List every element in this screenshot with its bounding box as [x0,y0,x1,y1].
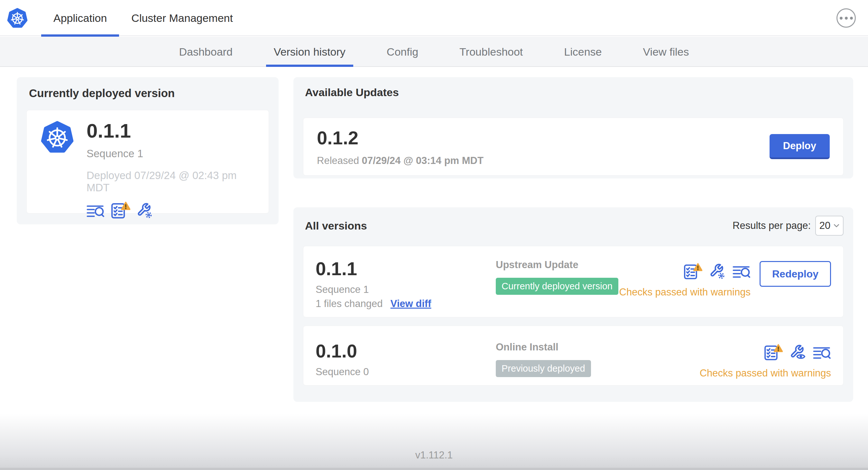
current-version-sequence: Sequence 1 [87,147,254,160]
version-number: 0.1.0 [316,340,496,362]
preflight-status-text: Checks passed with warnings [700,367,831,379]
top-tabs: Application Cluster Management [41,0,245,36]
more-menu-button[interactable] [836,8,856,28]
tab-config[interactable]: Config [387,37,418,67]
preflight-checklist-warning-icon [764,344,783,360]
view-diff-link[interactable]: View diff [391,298,431,310]
preflight-results-button[interactable] [111,202,130,219]
tab-license[interactable]: License [564,37,601,67]
file-lines-magnifier-icon [87,204,104,219]
edit-config-button[interactable] [137,203,153,219]
current-version-title: Currently deployed version [29,87,175,100]
tab-troubleshoot[interactable]: Troubleshoot [459,37,523,67]
view-yaml-button[interactable] [733,265,751,279]
current-version-deployed-at: Deployed 07/29/24 @ 02:43 pm MDT [87,169,254,194]
version-sequence: Sequence 1 [316,284,496,296]
current-version-panel: Currently deployed version 0.1.1 Sequenc… [17,77,279,224]
preflight-checklist-warning-icon [684,263,702,279]
chevron-down-icon [834,224,839,228]
update-card: 0.1.2 Released 07/29/24 @ 03:14 pm MDT D… [303,118,843,175]
view-config-button[interactable] [790,344,806,360]
tab-cluster-management[interactable]: Cluster Management [119,0,245,36]
version-history-page: Application Cluster Management Dashboard… [0,0,868,470]
tab-application[interactable]: Application [41,0,119,36]
version-source: Online Install [496,341,591,353]
app-kubernetes-icon [41,121,74,155]
version-number: 0.1.1 [316,258,496,279]
version-row-0-1-1: 0.1.1 Sequence 1 1 files changed View di… [303,246,843,317]
update-version-number: 0.1.2 [317,127,484,148]
page-footer: v1.112.1 [0,414,868,470]
all-versions-panel: All versions Results per page: 20 0.1.1 … [293,207,853,402]
preflight-status-text: Checks passed with warnings [619,287,751,298]
all-versions-title: All versions [305,220,367,232]
current-version-card: 0.1.1 Sequence 1 Deployed 07/29/24 @ 02:… [26,110,269,213]
results-per-page-select[interactable]: 20 [815,216,843,236]
deployed-status-badge: Previously deployed [496,360,591,377]
preflight-results-button[interactable] [684,263,702,279]
results-per-page-label: Results per page: [733,220,811,231]
available-updates-title: Available Updates [305,86,399,99]
tab-cluster-management-label: Cluster Management [131,12,233,25]
app-subnav: Dashboard Version history Config Trouble… [0,37,868,67]
version-row-0-1-0: 0.1.0 Sequence 0 Online Install Previous… [303,326,843,385]
file-lines-magnifier-icon [733,265,751,279]
version-source: Upstream Update [496,259,618,271]
wrench-gear-icon [709,263,725,279]
top-nav-bar: Application Cluster Management [0,0,868,36]
wrench-eye-icon [790,344,806,360]
ellipsis-icon [840,17,843,20]
available-updates-panel: Available Updates 0.1.2 Released 07/29/2… [293,77,853,178]
redeploy-button[interactable]: Redeploy [760,261,831,287]
file-lines-magnifier-icon [813,345,831,360]
preflight-results-button[interactable] [764,344,783,360]
update-released-at: Released 07/29/24 @ 03:14 pm MDT [317,155,484,167]
tab-application-label: Application [53,12,107,25]
current-version-number: 0.1.1 [87,120,254,142]
deploy-button[interactable]: Deploy [770,134,830,159]
view-yaml-button[interactable] [813,345,831,360]
tab-version-history[interactable]: Version history [274,37,345,67]
view-yaml-button[interactable] [87,204,104,219]
preflight-checklist-warning-icon [111,202,130,219]
console-version-label: v1.112.1 [0,449,868,461]
version-sequence: Sequence 0 [316,366,496,378]
tab-view-files[interactable]: View files [643,37,689,67]
kubernetes-logo-icon [7,8,28,29]
edit-config-button[interactable] [709,263,725,279]
tab-dashboard[interactable]: Dashboard [179,37,232,67]
wrench-gear-icon [137,203,153,219]
deployed-status-badge: Currently deployed version [496,278,618,295]
files-changed-label: 1 files changed [316,298,383,310]
